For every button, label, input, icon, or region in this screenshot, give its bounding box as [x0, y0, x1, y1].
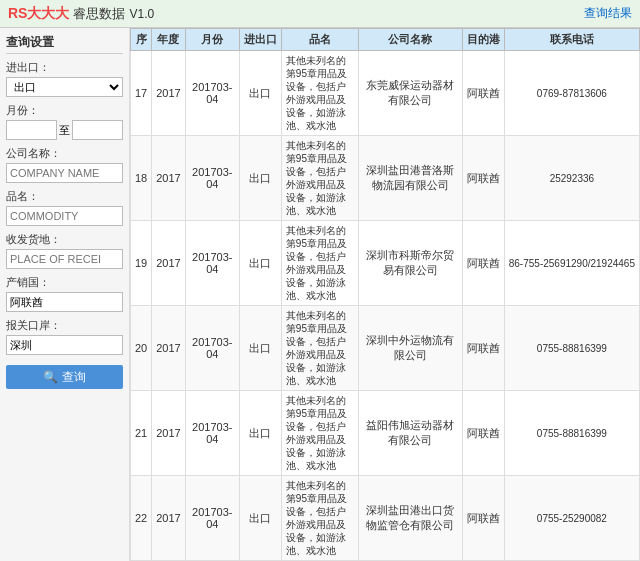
cell-5: 深圳市科斯帝尔贸易有限公司: [358, 221, 462, 306]
cell-1: 2017: [152, 391, 185, 476]
cell-2: 201703-04: [185, 391, 239, 476]
commodity-group: 品名：: [6, 189, 123, 226]
cell-2: 201703-04: [185, 136, 239, 221]
logo-text: 睿思数据: [73, 5, 125, 23]
cell-4: 其他未列名的第95章用品及设备，包括户外游戏用品及设备，如游泳池、戏水池: [281, 51, 358, 136]
left-panel: 查询设置 进出口： 出口 进口 月份： 至 公司名称：: [0, 28, 130, 561]
header-row: 序 年度 月份 进出口 品名 公司名称 目的港 联系电话: [131, 29, 640, 51]
cell-5: 益阳伟旭运动器材有限公司: [358, 391, 462, 476]
import-export-select[interactable]: 出口 进口: [6, 77, 123, 97]
cell-7: 0755-88816399: [504, 306, 639, 391]
date-range: 至: [6, 120, 123, 140]
app: RS大大大 睿思数据 V1.0 查询结果 查询设置 进出口： 出口 进口 月份：: [0, 0, 640, 561]
cell-4: 其他未列名的第95章用品及设备，包括户外游戏用品及设备，如游泳池、戏水池: [281, 136, 358, 221]
col-dest-port: 目的港: [462, 29, 504, 51]
cell-7: 86-755-25691290/21924465: [504, 221, 639, 306]
cell-2: 201703-04: [185, 221, 239, 306]
table-body: 172017201703-04出口其他未列名的第95章用品及设备，包括户外游戏用…: [131, 51, 640, 562]
cell-5: 深圳盐田港普洛斯物流园有限公司: [358, 136, 462, 221]
cell-0: 18: [131, 136, 152, 221]
receipt-place-label: 收发货地：: [6, 232, 123, 247]
cell-1: 2017: [152, 221, 185, 306]
table-row: 172017201703-04出口其他未列名的第95章用品及设备，包括户外游戏用…: [131, 51, 640, 136]
cell-5: 深圳盐田港出口货物监管仓有限公司: [358, 476, 462, 561]
cell-0: 19: [131, 221, 152, 306]
cell-6: 阿联酋: [462, 476, 504, 561]
commodity-input[interactable]: [6, 206, 123, 226]
commodity-label: 品名：: [6, 189, 123, 204]
cell-3: 出口: [239, 476, 281, 561]
cell-1: 2017: [152, 476, 185, 561]
company-name-input[interactable]: [6, 163, 123, 183]
cell-4: 其他未列名的第95章用品及设备，包括户外游戏用品及设备，如游泳池、戏水池: [281, 391, 358, 476]
col-company: 公司名称: [358, 29, 462, 51]
data-table: 序 年度 月份 进出口 品名 公司名称 目的港 联系电话 17201720170…: [130, 28, 640, 561]
cell-0: 20: [131, 306, 152, 391]
col-phone: 联系电话: [504, 29, 639, 51]
company-name-group: 公司名称：: [6, 146, 123, 183]
table-row: 222017201703-04出口其他未列名的第95章用品及设备，包括户外游戏用…: [131, 476, 640, 561]
cell-7: 25292336: [504, 136, 639, 221]
col-type: 进出口: [239, 29, 281, 51]
col-commodity: 品名: [281, 29, 358, 51]
date-separator: 至: [59, 123, 70, 138]
cell-2: 201703-04: [185, 476, 239, 561]
table-header: 序 年度 月份 进出口 品名 公司名称 目的港 联系电话: [131, 29, 640, 51]
cell-6: 阿联酋: [462, 221, 504, 306]
cell-7: 0755-88816399: [504, 391, 639, 476]
cell-7: 0755-25290082: [504, 476, 639, 561]
query-button[interactable]: 🔍 查询: [6, 365, 123, 389]
cell-0: 17: [131, 51, 152, 136]
query-result-link[interactable]: 查询结果: [584, 5, 632, 22]
cell-3: 出口: [239, 51, 281, 136]
import-export-label: 进出口：: [6, 60, 123, 75]
cell-4: 其他未列名的第95章用品及设备，包括户外游戏用品及设备，如游泳池、戏水池: [281, 306, 358, 391]
cell-6: 阿联酋: [462, 391, 504, 476]
cell-6: 阿联酋: [462, 136, 504, 221]
cell-5: 深圳中外运物流有限公司: [358, 306, 462, 391]
port-group: 报关口岸：: [6, 318, 123, 355]
port-label: 报关口岸：: [6, 318, 123, 333]
right-panel: 序 年度 月份 进出口 品名 公司名称 目的港 联系电话 17201720170…: [130, 28, 640, 561]
cell-3: 出口: [239, 136, 281, 221]
table-row: 202017201703-04出口其他未列名的第95章用品及设备，包括户外游戏用…: [131, 306, 640, 391]
main-layout: 查询设置 进出口： 出口 进口 月份： 至 公司名称：: [0, 28, 640, 561]
cell-7: 0769-87813606: [504, 51, 639, 136]
month-label: 月份：: [6, 103, 123, 118]
logo-icon: RS大大大: [8, 5, 69, 23]
cell-1: 2017: [152, 306, 185, 391]
header: RS大大大 睿思数据 V1.0 查询结果: [0, 0, 640, 28]
logo: RS大大大 睿思数据 V1.0: [8, 5, 154, 23]
cell-0: 22: [131, 476, 152, 561]
month-to-input[interactable]: [72, 120, 123, 140]
cell-6: 阿联酋: [462, 306, 504, 391]
origin-input[interactable]: [6, 292, 123, 312]
origin-label: 产销国：: [6, 275, 123, 290]
cell-5: 东莞威保运动器材有限公司: [358, 51, 462, 136]
cell-4: 其他未列名的第95章用品及设备，包括户外游戏用品及设备，如游泳池、戏水池: [281, 476, 358, 561]
table-row: 212017201703-04出口其他未列名的第95章用品及设备，包括户外游戏用…: [131, 391, 640, 476]
receipt-place-group: 收发货地：: [6, 232, 123, 269]
receipt-place-input[interactable]: [6, 249, 123, 269]
port-input[interactable]: [6, 335, 123, 355]
cell-1: 2017: [152, 136, 185, 221]
cell-2: 201703-04: [185, 51, 239, 136]
table-row: 182017201703-04出口其他未列名的第95章用品及设备，包括户外游戏用…: [131, 136, 640, 221]
col-year: 年度: [152, 29, 185, 51]
cell-3: 出口: [239, 391, 281, 476]
month-group: 月份： 至: [6, 103, 123, 140]
section-title: 查询设置: [6, 34, 123, 54]
col-seq: 序: [131, 29, 152, 51]
cell-3: 出口: [239, 306, 281, 391]
cell-3: 出口: [239, 221, 281, 306]
version-label: V1.0: [129, 7, 154, 21]
table-row: 192017201703-04出口其他未列名的第95章用品及设备，包括户外游戏用…: [131, 221, 640, 306]
col-month: 月份: [185, 29, 239, 51]
month-from-input[interactable]: [6, 120, 57, 140]
company-name-label: 公司名称：: [6, 146, 123, 161]
import-export-group: 进出口： 出口 进口: [6, 60, 123, 97]
cell-2: 201703-04: [185, 306, 239, 391]
origin-group: 产销国：: [6, 275, 123, 312]
cell-6: 阿联酋: [462, 51, 504, 136]
cell-1: 2017: [152, 51, 185, 136]
